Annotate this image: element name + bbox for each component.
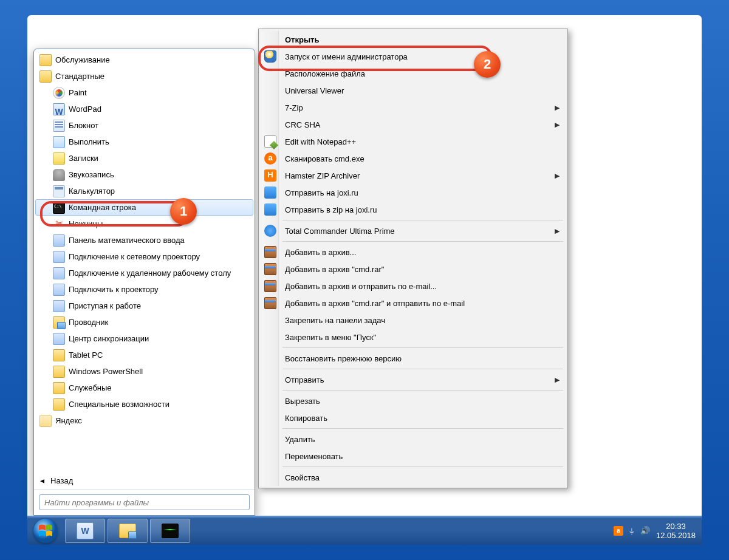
context-menu-separator bbox=[261, 239, 566, 244]
start-menu-item[interactable]: Центр синхронизации bbox=[35, 330, 253, 347]
calc-icon bbox=[53, 185, 65, 197]
start-menu-back[interactable]: ◂ Назад bbox=[34, 472, 255, 489]
taskbar-app-sysmon[interactable] bbox=[150, 519, 190, 543]
context-menu-item[interactable]: Удалить bbox=[261, 431, 566, 448]
start-menu-item[interactable]: Приступая к работе bbox=[35, 298, 253, 314]
context-menu-item-label: Закрепить в меню "Пуск" bbox=[285, 333, 376, 342]
start-menu-item[interactable]: Калькулятор bbox=[35, 183, 253, 199]
context-menu-item[interactable]: Открыть bbox=[261, 31, 566, 48]
app-icon bbox=[53, 251, 65, 263]
start-menu-item[interactable]: Проводник bbox=[35, 314, 253, 330]
start-menu-item-label: Обслуживание bbox=[55, 55, 110, 64]
context-menu-item[interactable]: Вырезать bbox=[261, 392, 566, 409]
context-menu-item[interactable]: Восстановить прежнюю версию bbox=[261, 350, 566, 367]
context-menu-item[interactable]: Total Commander Ultima Prime▶ bbox=[261, 222, 566, 239]
tray-network-icon[interactable]: ⏚ bbox=[629, 526, 634, 535]
context-menu-item[interactable]: Запуск от имени администратора bbox=[261, 48, 566, 65]
folder-icon bbox=[39, 54, 52, 66]
rar-icon bbox=[264, 246, 276, 258]
context-menu-item-label: Hamster ZIP Archiver bbox=[285, 171, 360, 180]
start-menu-item[interactable]: Специальные возможности bbox=[35, 396, 253, 412]
start-menu-item[interactable]: Paint bbox=[35, 84, 253, 101]
start-menu-item[interactable]: ✂Ножницы bbox=[35, 216, 253, 232]
start-menu-item[interactable]: Подключение к сетевому проектору bbox=[35, 248, 253, 265]
start-menu-item[interactable]: Яндекс bbox=[35, 412, 253, 429]
start-menu-item[interactable]: Звукозапись bbox=[35, 166, 253, 183]
start-search-input[interactable] bbox=[39, 494, 250, 510]
context-menu-separator bbox=[261, 367, 566, 371]
context-menu-item[interactable]: Добавить в архив... bbox=[261, 244, 566, 261]
start-search-wrap bbox=[34, 489, 255, 515]
monitor-icon bbox=[162, 524, 179, 538]
edit-icon bbox=[264, 135, 276, 148]
start-menu-item[interactable]: Командная строка bbox=[35, 199, 253, 216]
context-menu-item[interactable]: Добавить в архив "cmd.rar" и отправить п… bbox=[261, 295, 566, 312]
context-menu-item[interactable]: Edit with Notepad++ bbox=[261, 133, 566, 150]
context-menu-item[interactable]: Расположение файла bbox=[261, 65, 566, 82]
context-menu-item[interactable]: Отправить на joxi.ru bbox=[261, 184, 566, 201]
start-button[interactable] bbox=[27, 516, 64, 545]
start-menu-item[interactable]: Windows PowerShell bbox=[35, 363, 253, 380]
start-menu-item-label: Подключение к удаленному рабочему столу bbox=[69, 268, 231, 278]
folder-icon bbox=[53, 398, 65, 411]
tray-volume-icon[interactable]: 🔊 bbox=[640, 526, 650, 535]
context-menu-item[interactable]: Добавить в архив "cmd.rar" bbox=[261, 261, 566, 278]
start-menu-item[interactable]: Служебные bbox=[35, 380, 253, 396]
context-menu-item[interactable]: Добавить в архив и отправить по e-mail..… bbox=[261, 278, 566, 295]
context-menu-item[interactable]: 7-Zip▶ bbox=[261, 99, 566, 116]
context-menu-item-label: Закрепить на панели задач bbox=[285, 316, 385, 325]
start-menu-item[interactable]: Стандартные bbox=[35, 68, 253, 84]
context-menu-item-label: Отправить bbox=[285, 375, 324, 384]
start-menu-item[interactable]: WordPad bbox=[35, 101, 253, 117]
context-menu-item-label: Добавить в архив и отправить по e-mail..… bbox=[285, 282, 437, 291]
context-menu-separator bbox=[261, 465, 566, 469]
context-menu-item[interactable]: Свойства bbox=[261, 469, 566, 486]
folder-icon bbox=[53, 382, 65, 394]
context-menu-item[interactable]: Отправить в zip на joxi.ru bbox=[261, 201, 566, 218]
start-menu-item-label: Выполнить bbox=[69, 137, 109, 146]
context-menu-item[interactable]: Universal Viewer bbox=[261, 82, 566, 99]
context-menu-separator bbox=[261, 388, 566, 392]
context-menu-item[interactable]: HHamster ZIP Archiver▶ bbox=[261, 167, 566, 184]
start-menu-item[interactable]: Записки bbox=[35, 150, 253, 166]
start-menu-item[interactable]: Блокнот bbox=[35, 117, 253, 134]
context-menu-item[interactable]: CRC SHA▶ bbox=[261, 116, 566, 133]
taskbar-app-word[interactable] bbox=[65, 519, 105, 543]
folder-icon bbox=[53, 349, 65, 361]
start-menu-item-label: Яндекс bbox=[55, 416, 82, 425]
start-menu-item[interactable]: Подключение к удаленному рабочему столу bbox=[35, 265, 253, 281]
tc-icon bbox=[264, 225, 276, 237]
context-menu-item[interactable]: Закрепить в меню "Пуск" bbox=[261, 329, 566, 346]
context-menu-item[interactable]: Переименовать bbox=[261, 448, 566, 465]
start-menu-item-label: Стандартные bbox=[55, 72, 104, 81]
rar-icon bbox=[264, 263, 276, 275]
start-menu-item-label: Tablet PC bbox=[69, 350, 103, 360]
start-menu-item[interactable]: Выполнить bbox=[35, 134, 253, 150]
tray-date: 12.05.2018 bbox=[656, 531, 696, 540]
app-icon bbox=[53, 284, 65, 296]
context-menu-item[interactable]: Отправить▶ bbox=[261, 371, 566, 388]
context-menu: ОткрытьЗапуск от имени администратораРас… bbox=[258, 29, 568, 488]
submenu-arrow-icon: ▶ bbox=[555, 104, 560, 112]
start-menu-item-label: Записки bbox=[69, 154, 98, 163]
folder-faded-icon bbox=[39, 415, 52, 427]
start-menu-programs-list: ОбслуживаниеСтандартныеPaintWordPadБлокн… bbox=[34, 49, 255, 472]
context-menu-separator bbox=[261, 346, 566, 350]
ham-icon: H bbox=[264, 169, 276, 182]
folder-icon bbox=[53, 366, 65, 378]
tray-app-icon[interactable]: a bbox=[614, 526, 623, 536]
start-menu-item-label: Звукозапись bbox=[69, 170, 114, 179]
taskbar-app-explorer[interactable] bbox=[108, 519, 148, 543]
context-menu-item[interactable]: Сканировать cmd.exe bbox=[261, 150, 566, 167]
start-menu-item[interactable]: Панель математического ввода bbox=[35, 232, 253, 248]
context-menu-item-label: 7-Zip bbox=[285, 103, 303, 112]
context-menu-item[interactable]: Закрепить на панели задач bbox=[261, 312, 566, 329]
rar-icon bbox=[264, 297, 276, 309]
start-menu-item[interactable]: Обслуживание bbox=[35, 52, 253, 68]
start-menu-item[interactable]: Tablet PC bbox=[35, 347, 253, 363]
start-menu-item[interactable]: Подключить к проектору bbox=[35, 281, 253, 298]
start-menu-item-label: Блокнот bbox=[69, 121, 98, 130]
context-menu-item[interactable]: Копировать bbox=[261, 409, 566, 426]
tray-clock[interactable]: 20:33 12.05.2018 bbox=[656, 522, 696, 540]
scissors-icon: ✂ bbox=[53, 218, 65, 230]
